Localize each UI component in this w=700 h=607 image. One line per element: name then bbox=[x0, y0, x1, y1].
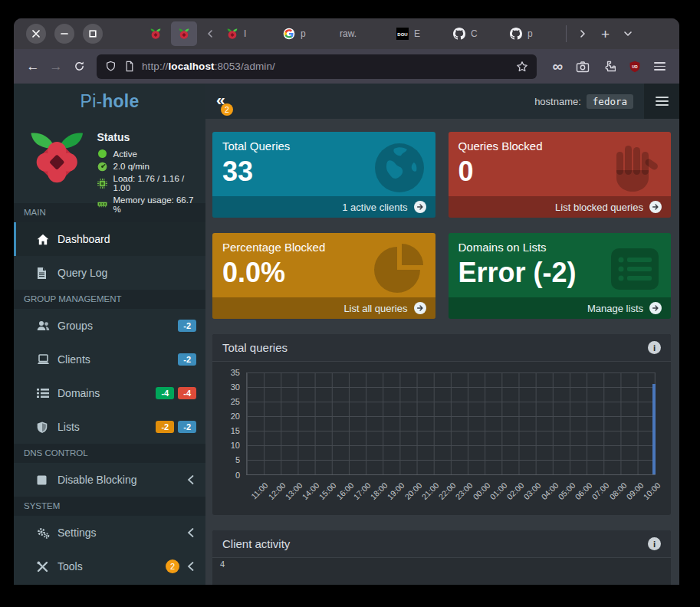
logo-light: Pi- bbox=[81, 91, 103, 112]
users-icon bbox=[37, 320, 50, 331]
laptop-icon bbox=[37, 354, 50, 365]
panel-title: Total queries bbox=[222, 341, 288, 354]
hostname-label: hostname: bbox=[534, 96, 581, 107]
browser-navbar: ← → http://localhost:8053/admin/ ∞ UO bbox=[14, 49, 679, 84]
window-controls bbox=[26, 24, 103, 44]
chevron-left-icon bbox=[187, 528, 194, 537]
dou-icon: DOU bbox=[396, 28, 409, 40]
shield-icon bbox=[37, 422, 48, 433]
minimize-button[interactable] bbox=[54, 24, 74, 44]
card-footer-link[interactable]: List all queries bbox=[212, 297, 435, 319]
pihole-icon bbox=[150, 28, 162, 40]
back-button[interactable]: ← bbox=[21, 55, 44, 78]
list-all-tabs-button[interactable] bbox=[623, 29, 633, 38]
scroll-tabs-right-button[interactable] bbox=[578, 29, 587, 38]
client-activity-panel: Client activity i 4 bbox=[212, 530, 671, 585]
tab-label: C bbox=[471, 28, 478, 39]
card-domains-on-lists: Domains on Lists Error (-2) Manage lists bbox=[449, 233, 672, 319]
tab-pihole[interactable]: I bbox=[221, 21, 276, 46]
ublock-origin-icon[interactable]: UO bbox=[629, 61, 641, 73]
info-icon[interactable]: i bbox=[648, 341, 661, 354]
app-header: Pi-hole « 2 hostname: fedora bbox=[14, 84, 679, 119]
status-dot bbox=[98, 149, 107, 158]
camera-extension-icon[interactable] bbox=[576, 61, 590, 73]
forward-button[interactable]: → bbox=[44, 55, 67, 78]
bookmark-star-icon[interactable] bbox=[516, 61, 528, 73]
total-queries-plot bbox=[246, 372, 656, 475]
pihole-logo[interactable]: Pi-hole bbox=[14, 84, 205, 119]
card-footer-link[interactable]: 1 active clients bbox=[212, 196, 435, 218]
domains-deny-badge: -4 bbox=[178, 387, 196, 399]
chevron-left-icon bbox=[187, 475, 194, 484]
page-info-icon[interactable] bbox=[124, 61, 135, 72]
url-path: :8053/admin/ bbox=[215, 61, 275, 72]
sidebar-item-groups[interactable]: Groups -2 bbox=[14, 309, 205, 343]
arrow-circle-icon bbox=[649, 302, 662, 314]
gauge-icon bbox=[97, 162, 107, 172]
url-bar[interactable]: http://localhost:8053/admin/ bbox=[97, 54, 537, 79]
menu-section-dns-control: DNS CONTROL bbox=[14, 444, 205, 463]
card-percentage-blocked: Percentage Blocked 0.0% List all queries bbox=[212, 233, 435, 319]
close-button[interactable] bbox=[26, 24, 46, 44]
tools-icon bbox=[37, 561, 48, 573]
sidebar: Status Active 2.0 q/min Load: 1.76 / 1.1… bbox=[14, 119, 205, 585]
firefox-window: I p raw. DOU E C p bbox=[14, 18, 679, 585]
tab-github-2[interactable]: p bbox=[504, 21, 560, 46]
total-queries-panel-header: Total queries i bbox=[212, 334, 671, 362]
puzzle-extensions-icon[interactable] bbox=[603, 60, 616, 73]
pinned-tab-pihole-1[interactable] bbox=[143, 21, 169, 46]
tab-dou[interactable]: DOU E bbox=[391, 21, 446, 46]
sidebar-item-tools[interactable]: Tools 2 bbox=[14, 550, 205, 583]
card-value: 33 bbox=[222, 156, 426, 187]
chevron-right-icon bbox=[578, 29, 587, 38]
card-value: 0 bbox=[458, 156, 662, 187]
scroll-tabs-left-button[interactable] bbox=[205, 29, 215, 38]
reload-icon bbox=[74, 61, 85, 72]
sidebar-item-settings[interactable]: Settings bbox=[14, 516, 205, 550]
card-queries-blocked: Queries Blocked 0 List blocked queries bbox=[449, 132, 672, 218]
menu-section-group-management: GROUP MANAGEMENT bbox=[14, 290, 205, 309]
infinity-extension-icon[interactable]: ∞ bbox=[552, 59, 563, 74]
card-total-queries: Total Queries 33 1 active clients bbox=[212, 132, 435, 218]
sidebar-item-dashboard[interactable]: Dashboard bbox=[14, 222, 205, 256]
lists-block-badge: -2 bbox=[178, 421, 196, 433]
hamburger-icon bbox=[656, 97, 669, 105]
browser-menu-icon[interactable] bbox=[654, 62, 665, 71]
status-title: Status bbox=[97, 131, 200, 143]
maximize-button[interactable] bbox=[83, 24, 103, 44]
url-text[interactable]: http://localhost:8053/admin/ bbox=[142, 61, 516, 72]
github-icon bbox=[510, 28, 522, 40]
new-tab-button[interactable]: + bbox=[601, 27, 610, 41]
sidebar-item-lists[interactable]: Lists -2 -2 bbox=[14, 410, 205, 444]
dashboard-content: Total Queries 33 1 active clients Querie… bbox=[205, 119, 679, 585]
clients-badge: -2 bbox=[178, 353, 196, 366]
close-icon bbox=[32, 30, 40, 38]
sidebar-item-clients[interactable]: Clients -2 bbox=[14, 343, 205, 376]
maximize-icon bbox=[89, 30, 97, 38]
status-row-load: Load: 1.76 / 1.16 / 1.00 bbox=[97, 174, 200, 192]
total-queries-panel: Total queries i 0510152025303511:0012:00… bbox=[212, 334, 671, 515]
cpu-icon bbox=[97, 179, 107, 189]
file-icon bbox=[37, 267, 47, 279]
card-title: Percentage Blocked bbox=[222, 241, 426, 254]
tab-google[interactable]: p bbox=[278, 21, 333, 46]
list-icon bbox=[37, 388, 49, 399]
google-icon bbox=[283, 28, 295, 40]
url-host: localhost bbox=[168, 61, 214, 72]
sidebar-item-query-log[interactable]: Query Log bbox=[14, 256, 205, 290]
reload-button[interactable] bbox=[67, 55, 90, 78]
status-box: Status Active 2.0 q/min Load: 1.76 / 1.1… bbox=[14, 119, 205, 203]
pinned-tab-pihole-2-active[interactable] bbox=[171, 21, 197, 46]
browser-titlebar: I p raw. DOU E C p bbox=[14, 18, 679, 49]
card-title: Queries Blocked bbox=[458, 139, 662, 153]
sidebar-item-disable-blocking[interactable]: Disable Blocking bbox=[14, 463, 205, 497]
info-icon[interactable]: i bbox=[648, 537, 661, 550]
card-title: Total Queries bbox=[222, 139, 426, 153]
header-menu-button[interactable] bbox=[644, 84, 679, 119]
tab-github-1[interactable]: C bbox=[448, 21, 503, 46]
arrow-circle-icon bbox=[414, 302, 426, 314]
tab-raw[interactable]: raw. bbox=[334, 21, 389, 46]
sidebar-item-domains[interactable]: Domains -4 -4 bbox=[14, 376, 205, 410]
card-footer-link[interactable]: List blocked queries bbox=[449, 196, 672, 218]
card-footer-link[interactable]: Manage lists bbox=[449, 297, 672, 319]
